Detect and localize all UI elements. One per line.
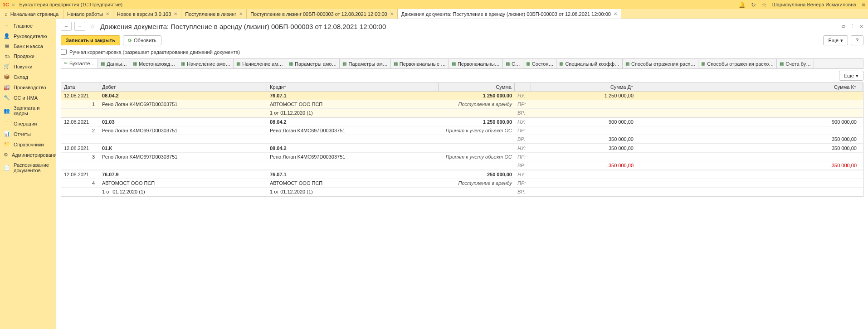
sidebar-icon: 📊 (4, 131, 10, 137)
sidebar-icon: 🔧 (4, 95, 10, 101)
main-area: ← → ☆ Движения документа: Поступление в … (56, 19, 868, 329)
tab[interactable]: Поступление в лизинг✕ (181, 9, 246, 19)
manual-edit-row: Ручная корректировка (разрешает редактир… (56, 47, 868, 57)
sidebar-item[interactable]: ≡Главное (0, 21, 56, 31)
tab[interactable]: Новое в версии 3.0.103✕ (113, 9, 181, 19)
sidebar-label: ОС и НМА (14, 95, 38, 101)
tab-close-icon[interactable]: ✕ (239, 11, 243, 16)
more-button[interactable]: Еще ▾ (823, 35, 848, 45)
subtab[interactable]: ▦С… (503, 59, 523, 68)
nav-forward-button[interactable]: → (74, 22, 85, 31)
table-row[interactable]: 1 от 01.12.2020 (1)1 от 01.12.2020 (1)ВР… (61, 188, 863, 196)
settings-icon[interactable]: ≡ (862, 1, 865, 8)
tab-close-icon[interactable]: ✕ (106, 11, 109, 16)
sidebar-label: Банк и касса (14, 44, 43, 49)
col-sumkt[interactable]: Сумма Кт (636, 83, 863, 91)
subtab[interactable]: ▦Данны… (98, 59, 130, 68)
refresh-button[interactable]: ⟳Обновить (123, 35, 161, 45)
manual-edit-checkbox[interactable] (61, 49, 67, 55)
sidebar-item[interactable]: 🛒Покупки (0, 61, 56, 72)
subtab[interactable]: ▦Счета бу… (777, 59, 814, 68)
subtab[interactable]: ▦Начисление ам… (234, 59, 286, 68)
grid-more-button[interactable]: Еще ▾ (839, 71, 863, 81)
table-icon: ▦ (101, 61, 105, 66)
close-icon[interactable]: ✕ (859, 24, 863, 29)
sidebar-item[interactable]: 📄Распознавание документов (0, 160, 56, 175)
bell-icon[interactable]: 🔔 (738, 1, 746, 8)
app-logo: 1C (3, 2, 9, 7)
sidebar-item[interactable]: 👥Зарплата и кадры (0, 103, 56, 118)
table-row[interactable]: 4АВТОМОСТ ООО ПСПАВТОМОСТ ООО ПСППоступл… (61, 179, 863, 188)
tab[interactable]: Движения документа: Поступление в аренду… (397, 9, 621, 19)
col-credit[interactable]: Кредит (267, 83, 439, 91)
more-icon[interactable]: ⋮ (850, 24, 855, 29)
sidebar-item[interactable]: 📊Отчеты (0, 129, 56, 139)
star-icon[interactable]: ☆ (761, 1, 767, 8)
table-row[interactable]: 1Рено Логан K4MC697D00303751АВТОМОСТ ООО… (61, 100, 863, 109)
tab-close-icon[interactable]: ✕ (390, 11, 394, 16)
table-row[interactable]: ВР:350 000,00350 000,00 (61, 135, 863, 144)
data-grid: Дата Дебет Кредит Сумма Сумма Дт Сумма К… (61, 82, 863, 197)
table-row[interactable]: 1 от 01.12.2020 (1)ВР: (61, 109, 863, 117)
tab-close-icon[interactable]: ✕ (174, 11, 177, 16)
table-row[interactable]: 12.08.202101.К08.04.2НУ:350 000,00350 00… (61, 144, 863, 153)
col-sumdt[interactable]: Сумма Дт (531, 83, 636, 91)
sidebar-item[interactable]: ⚙Администрирование (0, 150, 56, 160)
nav-back-button[interactable]: ← (61, 22, 72, 31)
sidebar-icon: ⋮⋮ (4, 121, 10, 126)
link-icon[interactable]: ⧉ (842, 24, 845, 29)
tab-label: Новое в версии 3.0.103 (117, 11, 171, 17)
sidebar-item[interactable]: 🔧ОС и НМА (0, 92, 56, 103)
help-button[interactable]: ? (851, 35, 863, 45)
sidebar-item[interactable]: 🏭Производство (0, 82, 56, 92)
table-row[interactable]: ВР:-350 000,00-350 000,00 (61, 161, 863, 170)
table-icon: ▦ (342, 61, 346, 66)
col-sum[interactable]: Сумма (439, 83, 515, 91)
table-row[interactable]: 12.08.202176.07.976.07.1250 000,00НУ: (61, 170, 863, 179)
history-icon[interactable]: ↻ (751, 1, 756, 8)
sidebar-item[interactable]: 📁Справочники (0, 139, 56, 150)
col-date[interactable]: Дата (61, 83, 99, 91)
subtab-label: Данны… (107, 61, 127, 67)
subtab[interactable]: ▦Состоя… (523, 59, 557, 68)
tab-label: Поступление в лизинг (185, 11, 236, 17)
home-tab[interactable]: ⌂ Начальная страница (0, 9, 63, 19)
sidebar-item[interactable]: 🛍Продажи (0, 51, 56, 61)
subtab[interactable]: ▦Способы отражения расхо… (698, 59, 777, 68)
subtab[interactable]: ▦Параметры амо… (286, 59, 340, 68)
subtab[interactable]: ᴬᵏБухгалте… (61, 59, 98, 69)
subtab[interactable]: ▦Специальный коэфф… (556, 59, 623, 68)
subtab[interactable]: ▦Начисление амо… (178, 59, 234, 68)
subtab[interactable]: ▦Местонахожд… (130, 59, 178, 68)
subtab[interactable]: ▦Первоначальные … (391, 59, 449, 68)
sidebar-label: Продажи (14, 53, 34, 59)
toolbar: Записать и закрыть ⟳Обновить Еще ▾ ? (56, 34, 868, 47)
tabbar: ⌂ Начальная страница Начало работы✕Новое… (0, 9, 868, 19)
tab[interactable]: Начало работы✕ (63, 9, 113, 19)
subtab[interactable]: ▦Способы отражения расх… (623, 59, 698, 68)
table-row[interactable]: 12.08.202101.0308.04.21 250 000,00НУ:900… (61, 118, 863, 126)
tab-close-icon[interactable]: ✕ (614, 11, 617, 16)
table-row[interactable]: 12.08.202108.04.276.07.11 250 000,00НУ:1… (61, 92, 863, 100)
subtab-label: Счета бу… (785, 61, 811, 67)
subtab[interactable]: ▦Первоначальны… (449, 59, 503, 68)
table-icon: ▦ (133, 61, 137, 66)
sidebar-item[interactable]: 👤Руководителю (0, 31, 56, 41)
sidebar-label: Производство (14, 85, 46, 90)
table-row[interactable]: 2Рено Логан K4MC697D00303751Рено Логан K… (61, 126, 863, 135)
user-name[interactable]: Шарифуллина Венера Исмагиловна (772, 2, 857, 7)
subtab-label: Специальный коэфф… (565, 61, 619, 67)
table-icon: ▦ (506, 61, 510, 66)
table-row[interactable]: 3Рено Логан K4MC697D00303751Рено Логан K… (61, 153, 863, 161)
sidebar-item[interactable]: 🏛Банк и касса (0, 41, 56, 51)
menu-icon[interactable]: ≡ (12, 2, 15, 7)
sidebar-item[interactable]: 📦Склад (0, 72, 56, 82)
favorite-icon[interactable]: ☆ (90, 23, 96, 30)
subtab-label: Способы отражения расхо… (707, 61, 774, 67)
tab[interactable]: Поступление в лизинг 00БП-000003 от 12.0… (246, 9, 397, 19)
subtab[interactable]: ▦Параметры ам… (340, 59, 390, 68)
save-close-button[interactable]: Записать и закрыть (61, 35, 120, 45)
sidebar-icon: 📁 (4, 141, 10, 147)
col-debit[interactable]: Дебет (99, 83, 267, 91)
sidebar-item[interactable]: ⋮⋮Операции (0, 118, 56, 129)
